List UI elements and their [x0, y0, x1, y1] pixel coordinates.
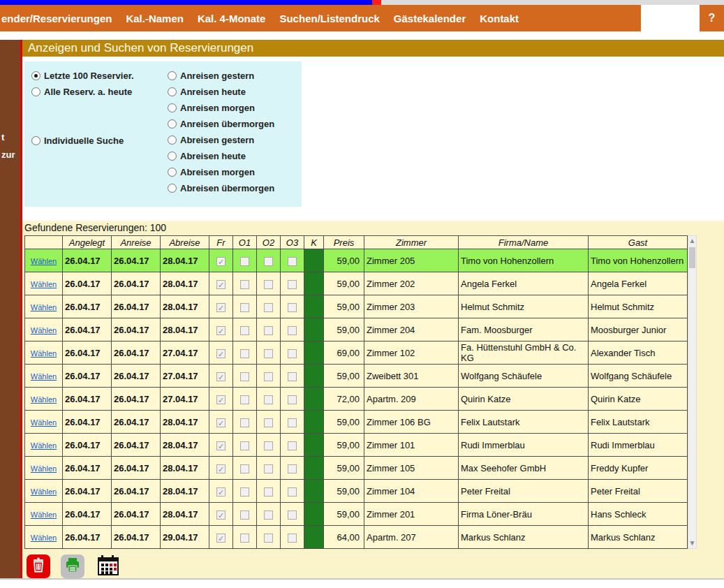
o3-checkbox[interactable]	[288, 303, 297, 312]
waehlen-link[interactable]: Wählen	[31, 303, 57, 311]
o2-checkbox[interactable]	[264, 534, 273, 543]
radio-option[interactable]: Abreisen heute	[168, 148, 302, 164]
help-button[interactable]: ?	[700, 5, 724, 31]
waehlen-link[interactable]: Wählen	[31, 257, 57, 265]
o2-checkbox[interactable]	[264, 257, 273, 266]
radio-option[interactable]: Letzte 100 Reservier.	[31, 68, 168, 84]
menu-item[interactable]: Kal.-Namen	[119, 13, 191, 24]
o1-checkbox[interactable]	[240, 510, 249, 520]
radio-button-icon[interactable]	[31, 87, 40, 96]
menu-item[interactable]: ender/Reservierungen	[0, 13, 119, 24]
o1-checkbox[interactable]	[240, 441, 249, 450]
fr-checkbox[interactable]	[216, 280, 226, 289]
radio-button-icon[interactable]	[168, 135, 177, 145]
scrollbar-thumb[interactable]	[689, 247, 695, 268]
o3-checkbox[interactable]	[288, 487, 297, 497]
fr-checkbox[interactable]	[216, 303, 226, 312]
o2-checkbox[interactable]	[264, 349, 273, 358]
fr-checkbox[interactable]	[216, 372, 226, 381]
radio-button-icon[interactable]	[168, 119, 177, 128]
o1-checkbox[interactable]	[240, 464, 249, 473]
o3-checkbox[interactable]	[288, 395, 297, 404]
radio-button-icon[interactable]	[168, 103, 177, 112]
waehlen-link[interactable]: Wählen	[31, 441, 57, 450]
waehlen-link[interactable]: Wählen	[31, 395, 57, 404]
fr-checkbox[interactable]	[216, 510, 226, 520]
o2-checkbox[interactable]	[264, 303, 273, 312]
waehlen-link[interactable]: Wählen	[31, 510, 57, 519]
radio-button-icon[interactable]	[31, 71, 40, 80]
o3-checkbox[interactable]	[288, 280, 297, 289]
radio-option[interactable]: Abreisen übermorgen	[168, 180, 302, 196]
o3-checkbox[interactable]	[288, 257, 297, 266]
o1-checkbox[interactable]	[240, 395, 249, 404]
radio-option[interactable]: Alle Reserv. a. heute	[31, 84, 168, 100]
o3-checkbox[interactable]	[288, 326, 297, 335]
o1-checkbox[interactable]	[240, 418, 249, 427]
radio-button-icon[interactable]	[168, 87, 177, 96]
o1-checkbox[interactable]	[240, 280, 249, 289]
fr-checkbox[interactable]	[216, 395, 226, 404]
menu-item[interactable]: Gästekalender	[387, 13, 473, 24]
fr-checkbox[interactable]	[216, 534, 226, 543]
radio-option[interactable]: Abreisen morgen	[168, 164, 302, 180]
table-scrollbar[interactable]: ▲ ▼	[688, 235, 697, 549]
radio-option[interactable]: Anreisen gestern	[168, 68, 302, 84]
o2-checkbox[interactable]	[264, 280, 273, 289]
waehlen-link[interactable]: Wählen	[31, 464, 57, 473]
radio-option[interactable]: Abreisen gestern	[168, 132, 302, 148]
calendar-button[interactable]	[95, 554, 121, 578]
waehlen-link[interactable]: Wählen	[31, 372, 57, 381]
fr-checkbox[interactable]	[216, 326, 226, 335]
radio-button-icon[interactable]	[168, 184, 177, 193]
o3-checkbox[interactable]	[288, 418, 297, 427]
radio-option[interactable]: Anreisen heute	[168, 84, 302, 100]
o3-checkbox[interactable]	[288, 372, 297, 381]
o2-checkbox[interactable]	[264, 326, 273, 335]
o1-checkbox[interactable]	[240, 326, 249, 335]
fr-checkbox[interactable]	[216, 418, 226, 427]
radio-option[interactable]: Anreisen übermorgen	[168, 116, 302, 132]
radio-option[interactable]: Anreisen morgen	[168, 100, 302, 116]
fr-checkbox[interactable]	[216, 349, 226, 358]
o2-checkbox[interactable]	[264, 487, 273, 497]
o2-checkbox[interactable]	[264, 372, 273, 381]
menu-item[interactable]: Kal. 4-Monate	[191, 13, 273, 24]
fr-checkbox[interactable]	[216, 464, 226, 473]
menu-item[interactable]: Suchen/Listendruck	[272, 13, 386, 24]
o2-checkbox[interactable]	[264, 510, 273, 520]
o1-checkbox[interactable]	[240, 303, 249, 312]
o2-checkbox[interactable]	[264, 441, 273, 450]
waehlen-link[interactable]: Wählen	[31, 326, 57, 335]
delete-button[interactable]	[27, 554, 50, 578]
o2-checkbox[interactable]	[264, 464, 273, 473]
waehlen-link[interactable]: Wählen	[31, 534, 57, 542]
radio-button-icon[interactable]	[168, 168, 177, 177]
o3-checkbox[interactable]	[288, 464, 297, 473]
fr-checkbox[interactable]	[216, 487, 226, 497]
o3-checkbox[interactable]	[288, 349, 297, 358]
waehlen-link[interactable]: Wählen	[31, 349, 57, 358]
scrollbar-down-icon[interactable]: ▼	[688, 538, 696, 548]
print-button[interactable]	[61, 554, 84, 578]
radio-button-icon[interactable]	[168, 152, 177, 161]
o3-checkbox[interactable]	[288, 534, 297, 543]
o1-checkbox[interactable]	[240, 257, 249, 266]
o3-checkbox[interactable]	[288, 441, 297, 450]
o1-checkbox[interactable]	[240, 349, 249, 358]
o1-checkbox[interactable]	[240, 487, 249, 497]
fr-checkbox[interactable]	[216, 257, 226, 266]
waehlen-link[interactable]: Wählen	[31, 280, 57, 288]
waehlen-link[interactable]: Wählen	[31, 487, 57, 496]
radio-button-icon[interactable]	[168, 71, 177, 80]
o1-checkbox[interactable]	[240, 372, 249, 381]
o2-checkbox[interactable]	[264, 395, 273, 404]
menu-item[interactable]: Kontakt	[473, 13, 526, 24]
radio-button-icon[interactable]	[31, 136, 40, 145]
fr-checkbox[interactable]	[216, 441, 226, 450]
waehlen-link[interactable]: Wählen	[31, 418, 57, 427]
o1-checkbox[interactable]	[240, 534, 249, 543]
scrollbar-up-icon[interactable]: ▲	[688, 236, 696, 246]
o2-checkbox[interactable]	[264, 418, 273, 427]
o3-checkbox[interactable]	[288, 510, 297, 520]
